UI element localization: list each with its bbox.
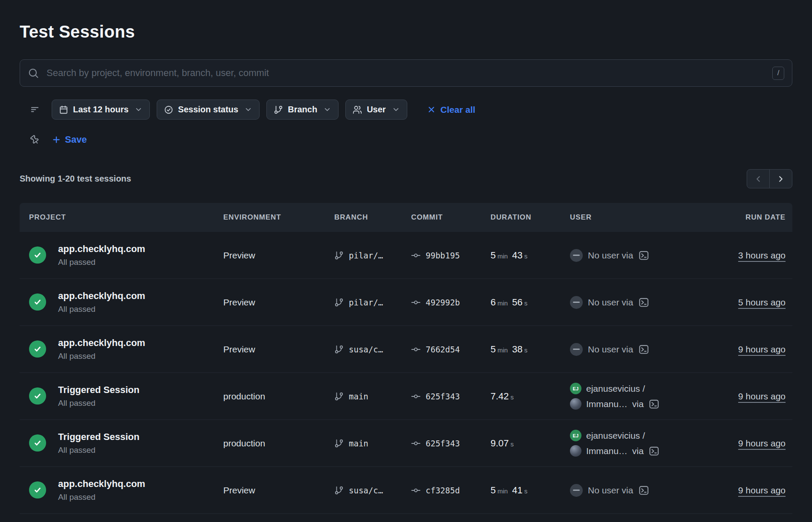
pin-icon xyxy=(28,133,41,147)
project-name: Triggered Session xyxy=(58,431,140,443)
session-status-text: All passed xyxy=(58,399,140,408)
user-name: ejanusevicius / xyxy=(586,384,645,394)
git-commit-icon xyxy=(411,439,421,448)
branch-name: main xyxy=(349,439,368,448)
environment-value: production xyxy=(223,391,334,402)
avatar-initials: EJ xyxy=(570,430,581,441)
column-header-duration: DURATION xyxy=(491,213,570,222)
calendar-icon xyxy=(59,105,68,114)
next-page-button[interactable] xyxy=(769,169,792,188)
terminal-icon xyxy=(638,297,649,308)
run-date-link[interactable]: 9 hours ago xyxy=(738,438,786,448)
filter-branch-button[interactable]: Branch xyxy=(266,100,339,120)
branch-name: pilar/… xyxy=(349,251,383,260)
filter-session-status-button[interactable]: Session status xyxy=(157,100,260,120)
run-date-link[interactable]: 9 hours ago xyxy=(738,485,786,495)
git-commit-icon xyxy=(411,345,421,354)
pagination xyxy=(747,169,792,188)
table-row[interactable]: app.checklyhq.com All passed Preview sus… xyxy=(20,326,792,373)
commit-hash: cf3285d xyxy=(426,486,460,495)
table-row[interactable]: app.checklyhq.com All passed Preview sus… xyxy=(20,467,792,514)
filter-user-button[interactable]: User xyxy=(345,100,407,120)
chevron-down-icon xyxy=(244,106,252,114)
session-status-text: All passed xyxy=(58,258,145,267)
session-status-text: All passed xyxy=(58,446,140,455)
via-label: via xyxy=(632,446,644,456)
project-name: app.checklyhq.com xyxy=(58,337,145,349)
search-bar[interactable]: / xyxy=(20,59,792,87)
duration-value: 7.42s xyxy=(491,391,570,402)
no-user-icon xyxy=(570,296,583,309)
filter-branch-label: Branch xyxy=(288,105,317,114)
environment-value: Preview xyxy=(223,485,334,496)
git-branch-icon xyxy=(274,105,283,114)
terminal-icon xyxy=(638,485,649,496)
search-icon xyxy=(28,67,39,79)
run-date-link[interactable]: 5 hours ago xyxy=(738,297,786,307)
chevron-down-icon xyxy=(323,106,331,114)
run-date-link[interactable]: 3 hours ago xyxy=(738,250,786,260)
duration-value: 5min38s xyxy=(491,344,570,355)
avatar-initials: EJ xyxy=(570,383,581,394)
project-name: app.checklyhq.com xyxy=(58,478,145,490)
git-branch-icon xyxy=(334,345,344,354)
passed-status-icon xyxy=(29,434,46,452)
table-row[interactable]: Triggered Session All passed production … xyxy=(20,420,792,467)
git-commit-icon xyxy=(411,298,421,307)
chevron-down-icon xyxy=(392,106,400,114)
avatar-photo xyxy=(570,398,581,410)
save-filter-row: Save xyxy=(20,134,792,145)
test-sessions-page: Test Sessions / Last 12 hours Session st… xyxy=(0,0,812,514)
column-header-environment: ENVIRONMENT xyxy=(223,213,334,222)
branch-name: susa/c… xyxy=(349,345,383,354)
save-label: Save xyxy=(65,134,87,145)
user-name: ejanusevicius / xyxy=(586,431,645,441)
session-status-text: All passed xyxy=(58,305,145,314)
git-branch-icon xyxy=(334,298,344,307)
passed-status-icon xyxy=(29,387,46,405)
no-user-icon xyxy=(570,343,583,356)
table-row[interactable]: Triggered Session All passed production … xyxy=(20,373,792,420)
git-branch-icon xyxy=(334,392,344,401)
users-icon xyxy=(353,105,362,114)
prev-page-button[interactable] xyxy=(747,169,770,188)
git-branch-icon xyxy=(334,486,344,495)
save-filter-button[interactable]: Save xyxy=(52,134,87,145)
passed-status-icon xyxy=(29,246,46,264)
git-commit-icon xyxy=(411,392,421,401)
git-commit-icon xyxy=(411,486,421,495)
user-label: No user via xyxy=(588,297,633,308)
column-header-user: USER xyxy=(570,213,711,222)
project-name: app.checklyhq.com xyxy=(58,290,145,302)
run-date-link[interactable]: 9 hours ago xyxy=(738,391,786,401)
search-input[interactable] xyxy=(46,67,765,79)
passed-status-icon xyxy=(29,481,46,499)
commit-hash: 625f343 xyxy=(426,439,460,448)
table-row[interactable]: app.checklyhq.com All passed Preview pil… xyxy=(20,279,792,326)
session-status-text: All passed xyxy=(58,493,145,502)
clear-all-filters-button[interactable]: Clear all xyxy=(424,104,478,115)
terminal-icon xyxy=(648,399,660,410)
page-title: Test Sessions xyxy=(20,22,792,41)
environment-value: Preview xyxy=(223,250,334,261)
commit-hash: 99bb195 xyxy=(426,251,460,260)
terminal-icon xyxy=(638,250,649,261)
column-header-commit: COMMIT xyxy=(411,213,491,222)
filter-time-range-button[interactable]: Last 12 hours xyxy=(52,100,150,120)
user-label: No user via xyxy=(588,344,633,355)
filter-bar: Last 12 hours Session status Branch User… xyxy=(20,100,792,120)
user-label: No user via xyxy=(588,485,633,496)
commit-hash: 7662d54 xyxy=(426,345,460,354)
duration-value: 6min56s xyxy=(491,297,570,308)
commit-hash: 625f343 xyxy=(426,392,460,401)
table-row[interactable]: app.checklyhq.com All passed Preview pil… xyxy=(20,232,792,279)
test-sessions-table: PROJECT ENVIRONMENT BRANCH COMMIT DURATI… xyxy=(20,203,792,514)
duration-value: 9.07s xyxy=(491,438,570,449)
branch-name: main xyxy=(349,392,368,401)
plus-icon xyxy=(52,135,61,144)
run-date-link[interactable]: 9 hours ago xyxy=(738,344,786,354)
table-header: PROJECT ENVIRONMENT BRANCH COMMIT DURATI… xyxy=(20,203,792,232)
close-icon xyxy=(427,105,436,114)
clear-all-label: Clear all xyxy=(441,105,476,115)
results-summary: Showing 1-20 test sessions xyxy=(20,174,131,184)
